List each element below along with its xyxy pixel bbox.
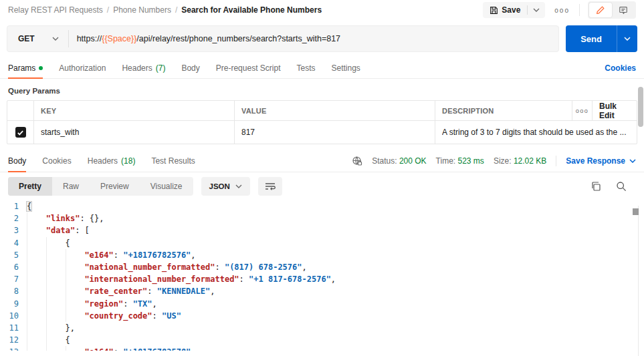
size-value: 12.02 KB: [514, 156, 546, 166]
tab-settings-label: Settings: [332, 63, 360, 73]
param-enabled-checkbox[interactable]: [15, 127, 26, 138]
search-icon[interactable]: [616, 181, 627, 192]
comments-button[interactable]: [612, 3, 635, 17]
tab-settings[interactable]: Settings: [332, 57, 360, 78]
json-key: "international_number_formatted": [84, 275, 239, 284]
tab-body[interactable]: Body: [181, 57, 199, 78]
json-key: "e164": [84, 347, 113, 351]
query-params-table: KEY VALUE DESCRIPTION ooo Bulk Edit star…: [7, 100, 637, 144]
time-value: 523 ms: [458, 156, 484, 166]
indent-guide: [66, 346, 85, 351]
json-punctuation: ,: [191, 250, 195, 260]
response-tab-body[interactable]: Body: [8, 150, 26, 172]
edit-docs-button[interactable]: [589, 3, 612, 17]
network-globe-lock-icon[interactable]: [352, 156, 362, 166]
view-raw-button[interactable]: Raw: [52, 177, 90, 196]
code-scrollbar-thumb[interactable]: [633, 208, 639, 215]
page-scrollbar-thumb[interactable]: [638, 87, 643, 127]
view-pretty-button[interactable]: Pretty: [8, 177, 52, 196]
tab-pre-request-script[interactable]: Pre-request Script: [216, 57, 281, 78]
param-row: starts_with 817 A string of 3 to 7 digit…: [7, 121, 637, 144]
code-line: 7"international_number_formatted": "+1 8…: [0, 273, 644, 285]
indent-guide: [27, 261, 46, 273]
url-input[interactable]: https://{{Space}}/api/relay/rest/phone_n…: [69, 26, 559, 51]
chevron-down-icon: [533, 8, 540, 12]
breadcrumb-request-name[interactable]: Search for Available Phone Numbers: [181, 5, 322, 15]
json-punctuation: :: [239, 275, 249, 284]
tab-params[interactable]: Params: [8, 57, 43, 78]
save-options-button[interactable]: [528, 8, 545, 12]
json-key: "data": [46, 226, 75, 235]
request-tabs: Params Authorization Headers (7) Body Pr…: [0, 57, 644, 79]
param-value-input[interactable]: 817: [235, 121, 435, 144]
response-tab-cookies-label: Cookies: [42, 156, 71, 166]
tab-authorization[interactable]: Authorization: [59, 57, 106, 78]
line-number: 3: [0, 224, 27, 236]
column-header-description: DESCRIPTION: [435, 101, 572, 120]
send-button[interactable]: Send: [566, 25, 617, 52]
query-params-title: Query Params: [0, 79, 644, 100]
format-select[interactable]: JSON: [201, 177, 250, 196]
response-body-code[interactable]: 1{2"links": {},3"data": [4{5"e164": "+18…: [0, 200, 644, 351]
json-key: "country_code": [84, 311, 152, 321]
code-line-content: "rate_center": "KENNEDALE",: [27, 285, 215, 297]
json-value: "TX": [133, 299, 152, 309]
response-tab-cookies[interactable]: Cookies: [42, 150, 71, 172]
breadcrumb-folder[interactable]: Phone Numbers: [113, 5, 171, 15]
indent-guide: [66, 273, 85, 285]
tab-tests[interactable]: Tests: [296, 57, 315, 78]
line-number: 9: [0, 298, 27, 310]
method-value: GET: [18, 34, 35, 43]
param-description-input[interactable]: A string of 3 to 7 digits that should be…: [435, 121, 637, 144]
response-tab-test-results-label: Test Results: [151, 156, 195, 166]
more-actions-button[interactable]: ooo: [554, 7, 570, 14]
request-bar: GET https://{{Space}}/api/relay/rest/pho…: [0, 20, 644, 57]
line-number: 5: [0, 249, 27, 261]
send-button-group: Send: [566, 25, 637, 52]
indent-guide: [27, 285, 46, 297]
param-key-input[interactable]: starts_with: [34, 121, 235, 144]
save-response-button[interactable]: Save Response: [566, 156, 636, 166]
indent-guide: [46, 249, 66, 261]
json-punctuation: },: [66, 323, 75, 333]
wrap-text-button[interactable]: [258, 177, 282, 196]
json-key: "e164": [84, 250, 113, 260]
line-number: 7: [0, 273, 27, 285]
save-icon: [490, 6, 498, 15]
line-number: 4: [0, 237, 27, 249]
send-options-button[interactable]: [617, 25, 637, 52]
code-line-content: "region": "TX",: [27, 298, 157, 310]
json-value: "(817) 678-2576": [225, 262, 302, 272]
view-preview-button[interactable]: Preview: [90, 177, 140, 196]
copy-icon[interactable]: [591, 181, 601, 192]
method-select[interactable]: GET: [7, 26, 68, 51]
breadcrumb-collection[interactable]: Relay REST API Requests: [8, 5, 103, 15]
headers-count: (7): [156, 63, 166, 73]
url-environment-variable: {{Space}}: [102, 34, 136, 43]
response-tab-test-results[interactable]: Test Results: [151, 150, 195, 172]
top-toolbar: Relay REST API Requests / Phone Numbers …: [0, 0, 644, 20]
column-header-key: KEY: [34, 101, 235, 120]
view-visualize-button[interactable]: Visualize: [140, 177, 193, 196]
indent-guide: [66, 298, 85, 310]
tab-headers[interactable]: Headers (7): [122, 57, 165, 78]
cookies-link[interactable]: Cookies: [605, 63, 636, 73]
response-tab-headers-label: Headers: [88, 156, 118, 166]
response-tab-headers[interactable]: Headers (18): [88, 150, 136, 172]
json-punctuation: : [: [75, 226, 90, 235]
code-line: 1{: [0, 200, 644, 212]
code-line: 3"data": [: [0, 224, 644, 236]
status-pair: Status: 200 OK: [372, 156, 426, 166]
indent-guide: [27, 249, 46, 261]
code-line: 6"national_number_formatted": "(817) 678…: [0, 261, 644, 273]
bulk-edit-button[interactable]: Bulk Edit: [593, 101, 637, 120]
save-button[interactable]: Save: [483, 5, 527, 15]
indent-guide: [46, 298, 66, 310]
params-active-dot: [39, 66, 43, 70]
json-punctuation: :: [123, 299, 132, 309]
size-pair: Size: 12.02 KB: [494, 156, 546, 166]
app-window: Relay REST API Requests / Phone Numbers …: [0, 0, 644, 356]
code-line: 12{: [0, 334, 644, 346]
params-more-options-button[interactable]: ooo: [572, 101, 593, 120]
url-suffix: /api/relay/rest/phone_numbers/search?sta…: [136, 34, 340, 43]
